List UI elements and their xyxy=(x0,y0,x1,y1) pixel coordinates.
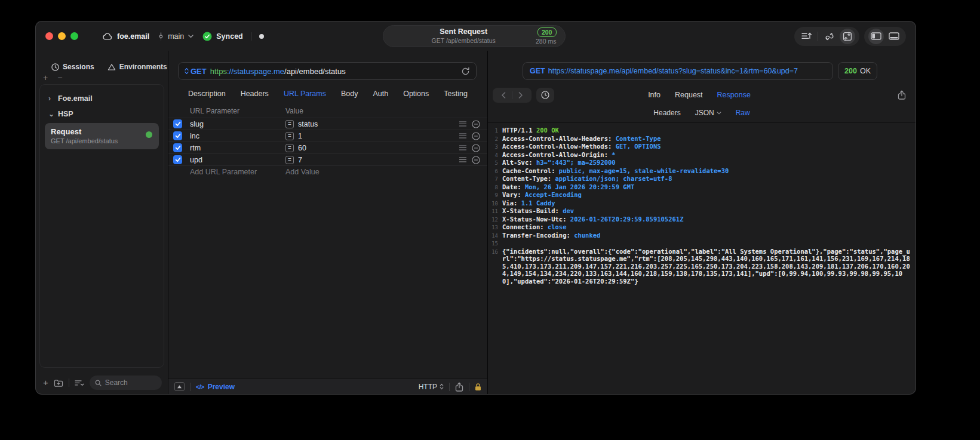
http-version-label: HTTP xyxy=(419,383,437,391)
tab-testing[interactable]: Testing xyxy=(444,90,468,98)
param-name[interactable]: slug xyxy=(190,120,285,128)
param-value[interactable]: 60 xyxy=(298,144,459,152)
tab-response[interactable]: Response xyxy=(717,91,751,99)
remove-row-button[interactable] xyxy=(472,132,480,140)
request-url-bar[interactable]: GET https://statuspage.me/api/embed/stat… xyxy=(178,62,477,80)
tab-headers[interactable]: Headers xyxy=(241,90,269,98)
duration-label: 280 ms xyxy=(536,38,556,45)
chevron-down-icon[interactable] xyxy=(188,35,193,38)
response-url-field[interactable]: GET https://statuspage.me/api/embed/stat… xyxy=(523,62,833,80)
add-request-button[interactable]: + xyxy=(43,379,48,386)
remove-session-button[interactable]: − xyxy=(57,73,62,83)
titlebar-divider xyxy=(251,32,251,41)
tab-description[interactable]: Description xyxy=(188,90,226,98)
layout-sidebar-icon[interactable] xyxy=(868,29,884,44)
param-name[interactable]: inc xyxy=(190,132,285,140)
param-checkbox[interactable] xyxy=(173,119,182,128)
param-value[interactable]: 7 xyxy=(298,156,459,164)
param-checkbox[interactable] xyxy=(173,155,182,164)
list-options-button[interactable] xyxy=(75,380,84,386)
request-summary[interactable]: Sent Request GET /api/embed/status 200 2… xyxy=(382,25,565,47)
response-line: Date: Mon, 26 Jan 2026 20:29:59 GMT xyxy=(489,183,911,192)
tab-body[interactable]: Body xyxy=(341,90,358,98)
method-select[interactable]: GET xyxy=(185,67,207,76)
row-menu-icon[interactable] xyxy=(459,133,466,139)
zoom-button[interactable] xyxy=(70,32,78,40)
preview-button[interactable]: </> Preview xyxy=(196,383,235,391)
row-menu-icon[interactable] xyxy=(459,145,466,150)
response-tabs: Info Request Response xyxy=(648,91,751,99)
request-tabs: Description Headers URL Params Body Auth… xyxy=(168,90,487,98)
titlebar: foe.email main Synced Sent Request GET /… xyxy=(36,21,916,51)
response-body: HTTP/1.1 200 OK Access-Control-Allow-Hea… xyxy=(488,123,916,285)
add-param-value-placeholder[interactable]: Add Value xyxy=(285,168,320,176)
search-bar[interactable] xyxy=(90,376,162,390)
row-menu-icon[interactable] xyxy=(459,121,466,127)
tree-item-foe-email[interactable]: › Foe.email xyxy=(44,91,160,106)
subtab-json[interactable]: JSON xyxy=(695,109,721,117)
toolbar-group-actions xyxy=(794,27,859,46)
tree-item-label: HSP xyxy=(58,110,73,118)
tab-environments-label: Environments xyxy=(119,63,167,71)
export-list-icon[interactable] xyxy=(798,29,814,44)
layout-bottom-icon[interactable] xyxy=(886,29,902,44)
param-row: rtm = 60 xyxy=(168,141,487,153)
subtab-raw[interactable]: Raw xyxy=(736,109,750,117)
search-input[interactable] xyxy=(105,379,156,387)
history-nav xyxy=(493,88,532,103)
chevron-right-icon[interactable]: › xyxy=(48,94,53,103)
request-item-subtitle: GET /api/embed/status xyxy=(51,137,153,144)
forward-button[interactable] xyxy=(512,89,529,101)
add-param-name-placeholder[interactable]: Add URL Parameter xyxy=(190,168,285,176)
response-panel: GET https://statuspage.me/api/embed/stat… xyxy=(488,51,916,394)
subtab-headers[interactable]: Headers xyxy=(653,109,680,117)
tab-info[interactable]: Info xyxy=(648,91,660,99)
sync-loop-icon[interactable] xyxy=(822,29,837,44)
param-name[interactable]: rtm xyxy=(190,144,285,152)
remove-row-button[interactable] xyxy=(472,156,480,164)
branch-name[interactable]: main xyxy=(168,32,184,41)
clock-icon xyxy=(51,63,59,71)
param-checkbox[interactable] xyxy=(173,143,182,152)
tab-auth[interactable]: Auth xyxy=(373,90,388,98)
tab-request[interactable]: Request xyxy=(675,91,703,99)
param-checkbox[interactable] xyxy=(173,131,182,140)
response-line-blank xyxy=(489,239,911,248)
param-value[interactable]: 1 xyxy=(298,132,459,140)
footer-divider xyxy=(469,383,469,391)
tree-item-hsp[interactable]: ⌄ HSP xyxy=(44,106,160,122)
project-name[interactable]: foe.email xyxy=(117,32,149,41)
tab-environments[interactable]: Environments xyxy=(107,63,167,71)
response-method: GET xyxy=(530,67,545,75)
tab-url-params[interactable]: URL Params xyxy=(284,90,326,98)
history-button[interactable] xyxy=(536,88,554,103)
http-version-select[interactable]: HTTP xyxy=(419,383,444,391)
add-session-button[interactable]: + xyxy=(43,73,48,83)
send-receive-icon[interactable] xyxy=(840,29,855,44)
request-url[interactable]: https://statuspage.me/api/embed/status xyxy=(210,67,346,76)
footer-divider xyxy=(190,383,191,391)
param-value[interactable]: status xyxy=(298,120,459,128)
expand-panel-button[interactable] xyxy=(174,382,185,391)
param-name[interactable]: upd xyxy=(190,156,285,164)
minimize-button[interactable] xyxy=(58,32,66,40)
add-folder-button[interactable] xyxy=(54,379,63,387)
param-row: inc = 1 xyxy=(168,130,487,141)
param-row: upd = 7 xyxy=(168,153,487,165)
share-button[interactable] xyxy=(455,382,463,392)
resend-icon[interactable] xyxy=(461,67,470,76)
method-label: GET xyxy=(191,67,207,76)
response-line: X-Status-Build: dev xyxy=(489,207,911,216)
back-button[interactable] xyxy=(495,89,512,101)
chevron-down-icon[interactable]: ⌄ xyxy=(48,110,53,118)
row-menu-icon[interactable] xyxy=(459,157,466,162)
summary-method-path: GET /api/embed/status xyxy=(391,37,536,45)
export-response-button[interactable] xyxy=(898,90,906,100)
tab-sessions[interactable]: Sessions xyxy=(51,63,94,71)
request-item[interactable]: Request GET /api/embed/status xyxy=(45,123,159,149)
close-button[interactable] xyxy=(45,32,53,40)
request-footer: </> Preview HTTP xyxy=(168,379,487,394)
remove-row-button[interactable] xyxy=(472,144,480,152)
remove-row-button[interactable] xyxy=(472,120,480,128)
tab-options[interactable]: Options xyxy=(403,90,429,98)
